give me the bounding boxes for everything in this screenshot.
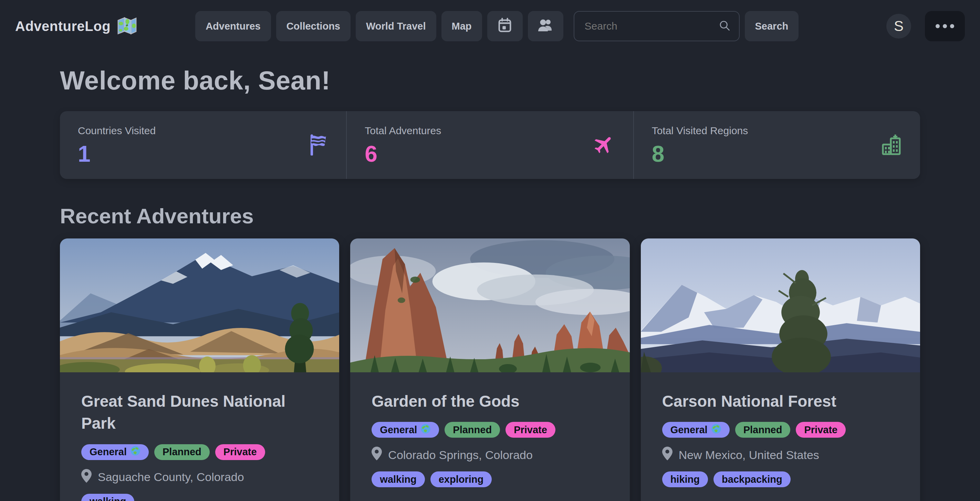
adventure-title: Great Sand Dunes National Park	[81, 390, 318, 434]
tag-row: walking	[81, 494, 318, 501]
adventure-title: Carson National Forest	[662, 390, 899, 412]
location-text: Saguache County, Colorado	[98, 470, 244, 484]
stat-label: Total Visited Regions	[652, 125, 902, 136]
stat-countries-visited: Countries Visited 1	[60, 111, 346, 179]
stat-total-adventures: Total Adventures 6	[346, 111, 633, 179]
location-row: Colorado Springs, Colorado	[372, 447, 608, 463]
calendar-icon	[498, 17, 512, 35]
overflow-menu-button[interactable]	[925, 11, 965, 41]
activity-tag: hiking	[662, 471, 708, 487]
stats-panel: Countries Visited 1 Total Adventures 6	[60, 111, 920, 179]
adventure-photo-garden	[350, 238, 630, 372]
adventure-title: Garden of the Gods	[372, 390, 608, 412]
badge-planned: Planned	[445, 422, 500, 438]
location-text: New Mexico, United States	[679, 449, 819, 462]
adventure-card-carson-national-forest[interactable]: Carson National Forest General	[641, 238, 920, 501]
card-body: Carson National Forest General	[641, 372, 920, 501]
nav-world-travel-button[interactable]: World Travel	[356, 11, 436, 41]
search-icon	[718, 19, 731, 33]
badge-planned: Planned	[154, 444, 210, 460]
stat-label: Total Adventures	[365, 125, 615, 136]
stat-value: 8	[652, 141, 902, 167]
badge-planned: Planned	[735, 422, 791, 438]
page-title: Welcome back, Sean!	[60, 65, 920, 95]
section-heading: Recent Adventures	[60, 204, 920, 228]
adventure-photo-dunes	[60, 238, 339, 372]
users-icon	[538, 18, 554, 35]
activity-tag: walking	[372, 471, 425, 487]
badge-row: General Planned Private	[81, 444, 318, 460]
tag-row: hiking backpacking	[662, 471, 899, 487]
nav-adventures-button[interactable]: Adventures	[195, 11, 271, 41]
activity-tag: walking	[81, 494, 134, 501]
users-button[interactable]	[528, 11, 563, 41]
globe-icon	[130, 446, 140, 458]
activity-tag: exploring	[430, 471, 492, 487]
adventure-card-grid: Great Sand Dunes National Park General	[60, 238, 920, 501]
adventure-photo-carson	[641, 238, 920, 372]
badge-row: General Planned Private	[662, 422, 899, 438]
avatar[interactable]: S	[886, 14, 911, 38]
badge-private: Private	[506, 422, 555, 438]
map-logo-icon	[117, 16, 137, 36]
badge-row: General Planned Private	[372, 422, 608, 438]
nav-map-button[interactable]: Map	[441, 11, 482, 41]
app-logo[interactable]: AdventureLog	[15, 16, 137, 36]
badge-general: General	[662, 422, 730, 438]
tag-row: walking exploring	[372, 471, 608, 487]
card-body: Garden of the Gods General	[350, 372, 630, 501]
search-button[interactable]: Search	[745, 11, 799, 41]
stat-value: 6	[365, 141, 615, 167]
location-row: Saguache County, Colorado	[81, 469, 318, 485]
nav-links: Adventures Collections World Travel Map	[195, 11, 799, 41]
search-field-wrap	[568, 11, 740, 41]
calendar-button[interactable]	[487, 11, 523, 41]
globe-icon	[420, 423, 431, 436]
activity-tag: backpacking	[713, 471, 791, 487]
search-input[interactable]	[574, 11, 740, 41]
card-body: Great Sand Dunes National Park General	[60, 372, 339, 501]
flag-icon	[308, 133, 328, 157]
city-icon	[880, 133, 902, 158]
nav-collections-button[interactable]: Collections	[276, 11, 350, 41]
main-content: Welcome back, Sean! Countries Visited 1 …	[0, 65, 980, 501]
globe-icon	[711, 423, 721, 436]
location-pin-icon	[372, 447, 382, 463]
location-pin-icon	[662, 447, 673, 463]
stat-total-visited-regions: Total Visited Regions 8	[633, 111, 920, 179]
app-title: AdventureLog	[15, 19, 111, 34]
badge-private: Private	[796, 422, 846, 438]
adventure-card-great-sand-dunes[interactable]: Great Sand Dunes National Park General	[60, 238, 339, 501]
ellipsis-icon	[935, 24, 954, 28]
badge-general: General	[372, 422, 439, 438]
badge-private: Private	[215, 444, 265, 460]
navbar: AdventureLog Adventures Collections Worl…	[0, 0, 980, 52]
location-text: Colorado Springs, Colorado	[388, 449, 533, 462]
stat-value: 1	[78, 141, 328, 167]
badge-general: General	[81, 444, 149, 460]
location-pin-icon	[81, 469, 92, 485]
plane-icon	[593, 133, 615, 157]
adventure-card-garden-of-the-gods[interactable]: Garden of the Gods General	[350, 238, 630, 501]
stat-label: Countries Visited	[78, 125, 328, 136]
location-row: New Mexico, United States	[662, 447, 899, 463]
